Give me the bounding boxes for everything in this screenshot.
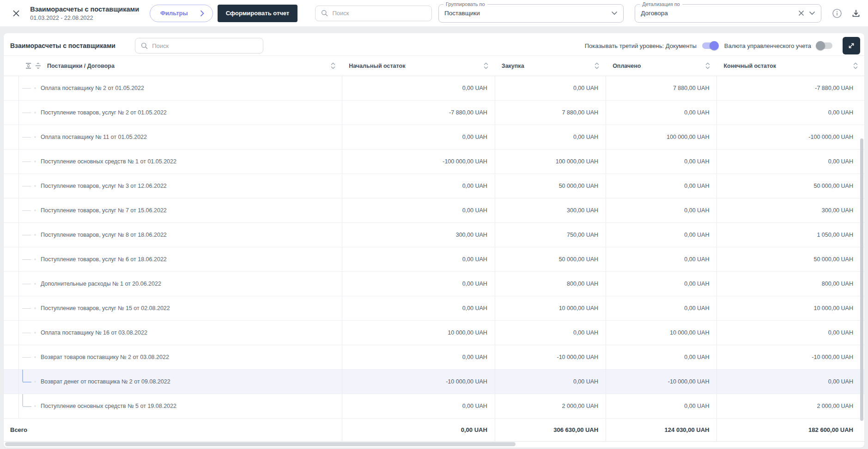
closing-balance-cell: 300,00 UAH <box>716 198 864 222</box>
tree-connector-icon <box>4 223 41 247</box>
report-panel: Взаиморасчеты с поставщиками Показывать … <box>4 33 864 448</box>
total-label: Всего <box>4 419 342 441</box>
horizontal-scrollbar[interactable] <box>5 442 516 446</box>
table-row[interactable]: Оплата поставщику № 16 от 03.08.2022 10 … <box>4 321 864 345</box>
document-cell: Поступление основных средств № 5 от 19.0… <box>4 394 342 418</box>
sort-asc-icon <box>483 62 489 66</box>
sort-control[interactable] <box>594 62 600 69</box>
opening-balance-cell: 300,00 UAH <box>342 223 495 247</box>
total-row: Всего 0,00 UAH 306 630,00 UAH 124 030,00… <box>4 419 864 442</box>
table-row[interactable]: Поступление товаров, услуг № 3 от 12.06.… <box>4 174 864 198</box>
table-row[interactable]: Дополнительные расходы № 1 от 20.06.2022… <box>4 272 864 296</box>
column-header-closing-balance[interactable]: Конечный остаток <box>716 56 864 76</box>
chevron-down-icon[interactable] <box>611 11 618 15</box>
paid-cell: 0,00 UAH <box>606 101 716 125</box>
table-row[interactable]: Поступление товаров, услуг № 7 от 15.06.… <box>4 198 864 223</box>
document-cell: Поступление товаров, услуг № 15 от 02.08… <box>4 296 342 320</box>
table-row[interactable]: Оплата поставщику № 11 от 01.05.2022 0,0… <box>4 125 864 150</box>
group-by-select[interactable]: Группировать по Поставщики <box>438 4 624 23</box>
third-level-toggle[interactable] <box>702 42 718 49</box>
purchase-cell: 800,00 UAH <box>495 272 606 296</box>
purchase-cell: 50 000,00 UAH <box>495 174 606 198</box>
paid-cell: 0,00 UAH <box>606 296 716 320</box>
column-header-opening-balance[interactable]: Начальный остаток <box>342 56 495 76</box>
sort-asc-icon <box>853 62 858 66</box>
table-row[interactable]: Оплата поставщику № 2 от 01.05.2022 0,00… <box>4 76 864 101</box>
paid-cell: 0,00 UAH <box>606 247 716 271</box>
date-range: 01.03.2022 - 22.08.2022 <box>30 15 135 21</box>
fullscreen-button[interactable] <box>843 37 860 54</box>
column-header-paid[interactable]: Оплачено <box>606 56 716 76</box>
chevron-right-icon <box>200 10 204 17</box>
topbar-search-input[interactable] <box>332 10 426 17</box>
opening-balance-cell: -100 000,00 UAH <box>342 150 495 174</box>
filters-button[interactable]: Фильтры <box>150 5 213 22</box>
sort-asc-icon <box>594 62 600 66</box>
report-title-dropdown[interactable]: Взаиморасчеты с поставщиками <box>30 6 135 13</box>
table-row[interactable]: Поступление товаров, услуг № 15 от 02.08… <box>4 296 864 321</box>
sort-control[interactable] <box>483 62 489 69</box>
expand-icon <box>847 42 856 50</box>
filters-button-label: Фильтры <box>160 10 188 17</box>
close-button[interactable] <box>10 7 22 20</box>
column-header-label: Начальный остаток <box>349 63 405 69</box>
table-row[interactable]: Возврат денег от поставщика № 2 от 09.08… <box>4 370 864 394</box>
purchase-cell: 7 880,00 UAH <box>495 101 606 125</box>
document-name: Поступление товаров, услуг № 2 от 01.05.… <box>41 109 167 116</box>
close-icon <box>12 10 20 17</box>
document-name: Возврат денег от поставщика № 2 от 09.08… <box>41 378 170 385</box>
document-name: Поступление товаров, услуг № 3 от 12.06.… <box>41 183 167 189</box>
opening-balance-cell: 0,00 UAH <box>342 296 495 320</box>
expand-all-button[interactable] <box>35 62 42 69</box>
total-opening-balance: 0,00 UAH <box>342 419 495 441</box>
table-row[interactable]: Поступление основных средств № 5 от 19.0… <box>4 394 864 419</box>
table-search[interactable] <box>135 38 263 54</box>
vertical-scrollbar[interactable] <box>860 138 863 421</box>
table-header-row: Поставщики / Договора Начальный остаток … <box>4 55 864 76</box>
document-name: Оплата поставщику № 2 от 01.05.2022 <box>41 85 144 91</box>
table-row[interactable]: Поступление основных средств № 1 от 01.0… <box>4 150 864 174</box>
table-row[interactable]: Поступление товаров, услуг № 2 от 01.05.… <box>4 101 864 125</box>
currency-toggle[interactable] <box>817 42 832 49</box>
collapse-all-button[interactable] <box>25 62 32 69</box>
table-row[interactable]: Поступление товаров, услуг № 6 от 18.06.… <box>4 247 864 272</box>
paid-cell: 7 880,00 UAH <box>606 76 716 100</box>
table-row[interactable]: Возврат товаров поставщику № 2 от 03.08.… <box>4 345 864 370</box>
table-row[interactable]: Поступление товаров, услуг № 8 от 18.06.… <box>4 223 864 247</box>
document-cell: Поступление товаров, услуг № 6 от 18.06.… <box>4 247 342 271</box>
search-icon <box>141 42 148 50</box>
tree-connector-icon <box>4 321 41 345</box>
sort-control[interactable] <box>853 62 858 69</box>
closing-balance-cell: -10 000,00 UAH <box>716 345 864 369</box>
closing-balance-cell: 50 000,00 UAH <box>716 174 864 198</box>
column-header-purchase[interactable]: Закупка <box>495 56 606 76</box>
sort-control[interactable] <box>705 62 710 69</box>
topbar-search[interactable] <box>315 6 432 21</box>
opening-balance-cell: 0,00 UAH <box>342 76 495 100</box>
closing-balance-cell: 10 000,00 UAH <box>716 296 864 320</box>
purchase-cell: 0,00 UAH <box>495 76 606 100</box>
column-header-suppliers[interactable]: Поставщики / Договора <box>4 56 342 76</box>
sort-control[interactable] <box>330 62 336 69</box>
opening-balance-cell: -7 880,00 UAH <box>342 101 495 125</box>
column-header-label: Оплачено <box>613 63 641 69</box>
opening-balance-cell: 0,00 UAH <box>342 394 495 418</box>
closing-balance-cell: 2 000,00 UAH <box>716 394 864 418</box>
clear-icon[interactable] <box>798 10 804 16</box>
chevron-down-icon[interactable] <box>809 11 815 15</box>
document-cell: Поступление товаров, услуг № 3 от 12.06.… <box>4 174 342 198</box>
document-name: Поступление товаров, услуг № 8 от 18.06.… <box>41 232 167 238</box>
generate-report-button[interactable]: Сформировать отчет <box>218 5 298 22</box>
document-cell: Оплата поставщику № 2 от 01.05.2022 <box>4 76 342 100</box>
download-icon <box>851 9 861 18</box>
opening-balance-cell: 0,00 UAH <box>342 198 495 222</box>
info-button[interactable] <box>832 7 842 19</box>
table-search-input[interactable] <box>152 42 257 49</box>
paid-cell: -10 000,00 UAH <box>606 370 716 394</box>
download-button[interactable] <box>851 7 862 19</box>
closing-balance-cell: 0,00 UAH <box>716 150 864 174</box>
detail-by-select[interactable]: Детализация по Договора <box>635 4 821 23</box>
sort-desc-icon <box>330 66 336 69</box>
purchase-cell: 0,00 UAH <box>495 370 606 394</box>
sort-asc-icon <box>705 62 710 66</box>
